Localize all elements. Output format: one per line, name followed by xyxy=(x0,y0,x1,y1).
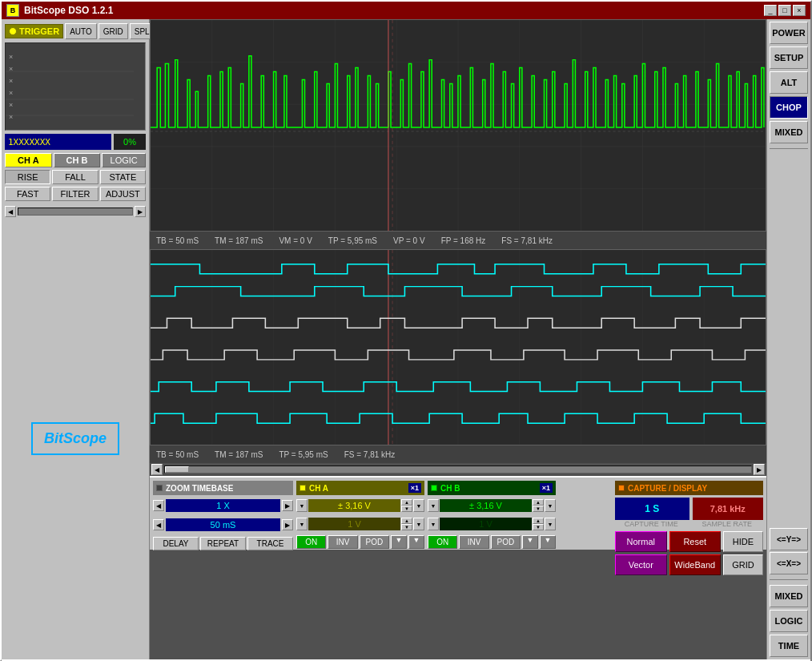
ch-a-offset-dropdown2[interactable]: ▼ xyxy=(413,518,424,530)
trigger-slider-right[interactable]: ▶ xyxy=(135,206,146,217)
tb-value2: TB = 50 mS xyxy=(156,450,199,459)
vector-button[interactable]: Vector xyxy=(615,554,667,575)
maximize-button[interactable]: □ xyxy=(778,5,791,16)
bitscope-logo-area: BitScope xyxy=(5,220,146,656)
state-button[interactable]: STATE xyxy=(100,170,146,184)
trigger-slider-track xyxy=(18,208,133,216)
ch-b-pod-button[interactable]: POD xyxy=(491,535,521,549)
ch-a-inv-button[interactable]: INV xyxy=(328,535,357,549)
zoom-right-arrow[interactable]: ▶ xyxy=(282,500,293,511)
ch-a-volts-down[interactable]: ▼ xyxy=(401,506,412,512)
setup-button[interactable]: SETUP xyxy=(770,46,808,69)
ch-a-offset-up[interactable]: ▲ xyxy=(401,518,412,524)
ch-b-extra-dropdown2[interactable]: ▼ xyxy=(540,535,556,549)
time-right-arrow[interactable]: ▶ xyxy=(282,519,293,530)
ch-b-extra-dropdown[interactable]: ▼ xyxy=(522,535,538,549)
ch-b-volts-display: ± 3,16 V xyxy=(440,499,532,512)
ch-b-offset-updown: ▲ ▼ xyxy=(533,518,544,530)
ch-b-volts-dropdown[interactable]: ▼ xyxy=(428,499,439,512)
time-left-arrow[interactable]: ◀ xyxy=(153,519,164,530)
trigger-row: TRIGGER AUTO GRID SPLIT xyxy=(5,22,146,40)
scroll-thumb[interactable] xyxy=(165,466,189,473)
capture-time-display: 1 S xyxy=(615,498,689,520)
ch-b-offset-display: 1 V xyxy=(440,518,532,530)
wideband-button[interactable]: WideBand xyxy=(669,554,722,575)
filter-button[interactable]: FILTER xyxy=(52,187,98,201)
capture-led xyxy=(618,485,625,491)
ch-b-inv-button[interactable]: INV xyxy=(459,535,488,549)
power-button[interactable]: POWER xyxy=(770,22,808,44)
ch-a-led xyxy=(299,485,306,491)
ch-a-volts-row: ▼ ± 3,16 V ▲ ▼ ▼ xyxy=(296,497,424,514)
ch-b-offset-down[interactable]: ▼ xyxy=(533,524,544,530)
scroll-right-btn[interactable]: ▶ xyxy=(754,464,765,475)
tm-value2: TM = 187 mS xyxy=(215,450,263,459)
capture-labels: CAPTURE TIME SAMPLE RATE xyxy=(615,520,763,528)
trace-button[interactable]: TRACE xyxy=(247,537,293,550)
scope-top-statusbar: TB = 50 mS TM = 187 mS VM = 0 V TP = 5,9… xyxy=(150,232,766,249)
pattern-bar: 1XXXXXXX 0% xyxy=(5,133,146,151)
auto-button[interactable]: AUTO xyxy=(65,23,97,39)
mixed2-button[interactable]: MIXED xyxy=(770,585,808,607)
svg-text:×: × xyxy=(9,101,13,109)
ch-a-offset-display: 1 V xyxy=(308,518,400,530)
close-button[interactable]: × xyxy=(793,5,806,16)
hide-button[interactable]: HIDE xyxy=(723,531,763,552)
ch-a-button[interactable]: CH A xyxy=(5,153,52,167)
ch-b-offset-dropdown[interactable]: ▼ xyxy=(428,518,439,530)
ch-a-volts-dropdown2[interactable]: ▼ xyxy=(413,499,424,512)
fall-button[interactable]: FALL xyxy=(52,170,98,184)
sample-rate-display: 7,81 kHz xyxy=(693,498,764,520)
ch-a-extra-dropdown2[interactable]: ▼ xyxy=(408,535,424,549)
ch-b-offset-dropdown2[interactable]: ▼ xyxy=(545,518,556,530)
time-button[interactable]: TIME xyxy=(770,635,808,657)
scroll-left-btn[interactable]: ◀ xyxy=(151,464,163,475)
rise-button[interactable]: RISE xyxy=(5,170,50,184)
ch-a-extra-dropdown[interactable]: ▼ xyxy=(391,535,407,549)
repeat-button[interactable]: REPEAT xyxy=(200,537,246,550)
scroll-track[interactable] xyxy=(164,466,752,474)
ch-a-volts-dropdown[interactable]: ▼ xyxy=(296,499,308,512)
ch-a-offset-down[interactable]: ▼ xyxy=(401,524,412,530)
delay-button[interactable]: DELAY xyxy=(153,537,199,550)
adjust-button[interactable]: ADJUST xyxy=(100,187,146,201)
ch-b-multiplier: ×1 xyxy=(540,483,553,493)
minimize-button[interactable]: _ xyxy=(764,5,777,16)
reset-button[interactable]: Reset xyxy=(669,531,722,552)
ch-a-pod-button[interactable]: POD xyxy=(360,535,389,549)
ch-b-volts-down[interactable]: ▼ xyxy=(533,506,544,512)
mixed-button[interactable]: MIXED xyxy=(770,121,808,143)
title-bar: B BitScope DSO 1.2.1 _ □ × xyxy=(2,2,810,19)
vp-value: VP = 0 V xyxy=(393,236,425,245)
ch-b-offset-row: ▼ 1 V ▲ ▼ ▼ xyxy=(428,515,556,533)
yscale-section: <=Y=> <=X=> xyxy=(770,528,808,574)
ch-a-offset-dropdown[interactable]: ▼ xyxy=(296,518,308,530)
ch-b-button[interactable]: CH B xyxy=(54,153,101,167)
xscale-button[interactable]: <=X=> xyxy=(770,552,808,574)
ch-b-volts-dropdown2[interactable]: ▼ xyxy=(545,499,556,512)
vm-value: VM = 0 V xyxy=(279,236,312,245)
grid-button-bottom[interactable]: GRID xyxy=(723,554,763,575)
zoom-left-arrow[interactable]: ◀ xyxy=(153,500,164,511)
trigger-led xyxy=(9,27,17,35)
tp-value: TP = 5,95 mS xyxy=(328,236,377,245)
chop-button[interactable]: CHOP xyxy=(770,96,808,119)
ch-a-volts-up[interactable]: ▲ xyxy=(401,499,412,506)
ch-b-volts-up[interactable]: ▲ xyxy=(533,499,544,506)
ch-b-on-button[interactable]: ON xyxy=(428,535,457,549)
alt-button[interactable]: ALT xyxy=(770,71,808,94)
ch-a-multiplier: ×1 xyxy=(408,483,421,493)
fp-value: FP = 168 Hz xyxy=(441,236,486,245)
fast-button[interactable]: FAST xyxy=(5,187,50,201)
ch-a-on-button[interactable]: ON xyxy=(296,535,326,549)
yscale-up-button[interactable]: <=Y=> xyxy=(770,528,808,550)
ch-a-offset-updown: ▲ ▼ xyxy=(401,518,412,530)
grid-button[interactable]: GRID xyxy=(98,23,128,39)
normal-button[interactable]: Normal xyxy=(615,531,667,552)
trigger-slider-left[interactable]: ◀ xyxy=(5,206,16,217)
logic-button[interactable]: LOGIC xyxy=(102,153,146,167)
svg-text:×: × xyxy=(9,89,13,97)
scope-area: TB = 50 mS TM = 187 mS VM = 0 V TP = 5,9… xyxy=(150,19,766,659)
ch-b-offset-up[interactable]: ▲ xyxy=(533,518,544,524)
logic-right-button[interactable]: LOGIC xyxy=(770,610,808,632)
